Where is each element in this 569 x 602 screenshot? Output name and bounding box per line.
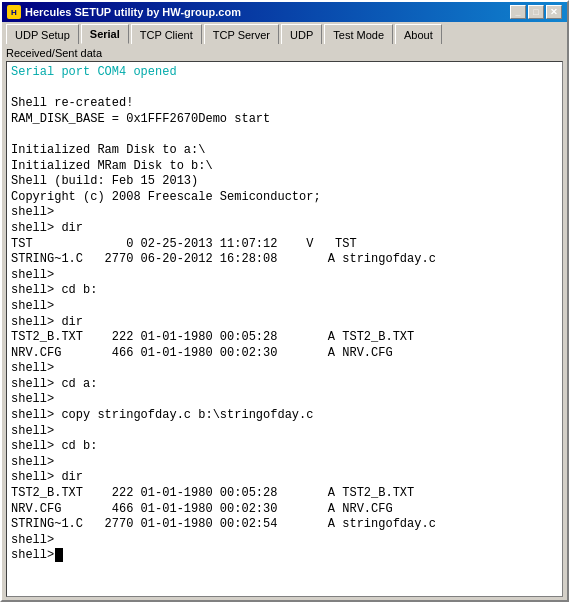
title-bar: H Hercules SETUP utility by HW-group.com…	[2, 2, 567, 22]
terminal-line: Initialized MRam Disk to b:\	[11, 159, 558, 175]
tab-udp[interactable]: UDP	[281, 24, 322, 44]
terminal-line: shell> dir	[11, 470, 558, 486]
terminal-line: NRV.CFG 466 01-01-1980 00:02:30 A NRV.CF…	[11, 502, 558, 518]
terminal-line: Serial port COM4 opened	[11, 65, 558, 81]
terminal-line: shell>	[11, 361, 558, 377]
terminal-line: shell>	[11, 533, 558, 549]
window-controls: _ □ ✕	[510, 5, 562, 19]
terminal-line	[11, 127, 558, 143]
tab-about[interactable]: About	[395, 24, 442, 44]
terminal-line: STRING~1.C 2770 06-20-2012 16:28:08 A st…	[11, 252, 558, 268]
terminal-line	[11, 81, 558, 97]
main-window: H Hercules SETUP utility by HW-group.com…	[0, 0, 569, 602]
terminal-line: Shell re-created!	[11, 96, 558, 112]
terminal-line: shell>	[11, 548, 558, 564]
terminal-line: shell> dir	[11, 315, 558, 331]
terminal-line: STRING~1.C 2770 01-01-1980 00:02:54 A st…	[11, 517, 558, 533]
terminal-line: RAM_DISK_BASE = 0x1FFF2670Demo start	[11, 112, 558, 128]
terminal-line: Copyright (c) 2008 Freescale Semiconduct…	[11, 190, 558, 206]
terminal-line: NRV.CFG 466 01-01-1980 00:02:30 A NRV.CF…	[11, 346, 558, 362]
terminal-line: shell>	[11, 299, 558, 315]
terminal-line: shell>	[11, 455, 558, 471]
terminal-line: TST2_B.TXT 222 01-01-1980 00:05:28 A TST…	[11, 330, 558, 346]
terminal-line: shell> cd b:	[11, 439, 558, 455]
terminal-line: TST 0 02-25-2013 11:07:12 V TST	[11, 237, 558, 253]
terminal-line: shell>	[11, 392, 558, 408]
terminal-line: TST2_B.TXT 222 01-01-1980 00:05:28 A TST…	[11, 486, 558, 502]
cursor-blink	[55, 548, 63, 562]
close-button[interactable]: ✕	[546, 5, 562, 19]
received-label: Received/Sent data	[6, 47, 563, 59]
terminal-line: shell>	[11, 424, 558, 440]
terminal-line: shell> dir	[11, 221, 558, 237]
minimize-button[interactable]: _	[510, 5, 526, 19]
terminal-line: shell> copy stringofday.c b:\stringofday…	[11, 408, 558, 424]
tab-tcp-client[interactable]: TCP Client	[131, 24, 202, 44]
terminal-line: shell>	[11, 268, 558, 284]
terminal-line: Initialized Ram Disk to a:\	[11, 143, 558, 159]
terminal-line: shell>	[11, 205, 558, 221]
tab-serial[interactable]: Serial	[81, 24, 129, 44]
window-title: Hercules SETUP utility by HW-group.com	[25, 6, 506, 18]
terminal-line: Shell (build: Feb 15 2013)	[11, 174, 558, 190]
app-icon: H	[7, 5, 21, 19]
tab-tcp-server[interactable]: TCP Server	[204, 24, 279, 44]
maximize-button[interactable]: □	[528, 5, 544, 19]
tab-udp-setup[interactable]: UDP Setup	[6, 24, 79, 44]
terminal-line: shell> cd a:	[11, 377, 558, 393]
terminal-line: shell> cd b:	[11, 283, 558, 299]
content-area: Received/Sent data Serial port COM4 open…	[2, 44, 567, 600]
tab-test-mode[interactable]: Test Mode	[324, 24, 393, 44]
tab-bar: UDP SetupSerialTCP ClientTCP ServerUDPTe…	[2, 22, 567, 44]
terminal-output[interactable]: Serial port COM4 openedShell re-created!…	[6, 61, 563, 597]
